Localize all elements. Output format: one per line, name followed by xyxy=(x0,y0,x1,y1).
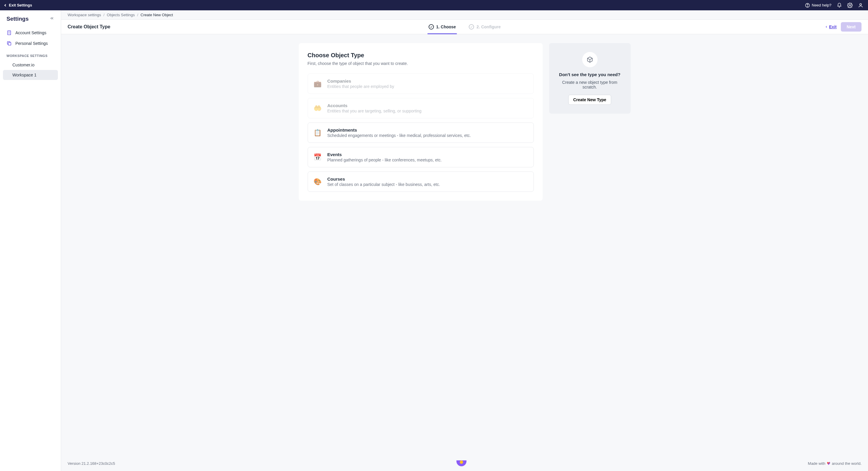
object-type-option: 🤲AccountsEntities that you are targeting… xyxy=(308,98,534,118)
topbar-right: Need help? xyxy=(805,3,864,8)
made-with-text: Made with around the world. xyxy=(808,461,862,466)
check-circle-icon xyxy=(428,24,434,30)
sidebar-item-label: Account Settings xyxy=(16,30,46,35)
exit-settings-label: Exit Settings xyxy=(9,3,32,7)
topbar: Exit Settings Need help? xyxy=(0,0,868,10)
sidebar-item-account-settings[interactable]: Account Settings xyxy=(0,27,61,38)
type-name: Events xyxy=(328,152,442,157)
object-type-option[interactable]: 📅EventsPlanned gatherings of people - li… xyxy=(308,147,534,167)
cube-icon xyxy=(582,52,597,67)
wizard-title: Create Object Type xyxy=(68,24,111,30)
exit-link[interactable]: Exit xyxy=(825,25,837,29)
type-name: Appointments xyxy=(328,127,471,132)
workspace-item-customer-io[interactable]: Customer.io xyxy=(3,60,58,70)
exit-settings-button[interactable]: Exit Settings xyxy=(5,3,32,7)
chevron-left-icon xyxy=(825,25,828,28)
workspace-label: Customer.io xyxy=(12,63,35,67)
svg-point-2 xyxy=(849,4,851,6)
object-type-option[interactable]: 🎨CoursesSet of classes on a particular s… xyxy=(308,171,534,192)
type-desc: Planned gatherings of people - like conf… xyxy=(328,158,442,162)
breadcrumb: Workspace settings / Objects Settings / … xyxy=(61,10,868,20)
workspace-label: Workspace 1 xyxy=(12,72,36,77)
type-desc: Entities that people are employed by xyxy=(328,84,394,89)
workspace-item-workspace-1[interactable]: Workspace 1 xyxy=(3,70,58,80)
footer: Version 21.2.168+23c0c2c5 Made with arou… xyxy=(61,457,868,471)
content-heading: Choose Object Type xyxy=(308,52,534,59)
type-desc: Scheduled engagements or meetings - like… xyxy=(328,133,471,138)
object-type-option[interactable]: 📋AppointmentsScheduled engagements or me… xyxy=(308,123,534,143)
side-panel-heading: Don't see the type you need? xyxy=(558,72,622,77)
breadcrumb-item[interactable]: Objects Settings xyxy=(107,13,135,17)
side-panel-body: Create a new object type from scratch. xyxy=(558,80,622,89)
type-name: Courses xyxy=(328,177,440,182)
heart-icon xyxy=(827,461,831,465)
object-type-option: 💼CompaniesEntities that people are emplo… xyxy=(308,73,534,94)
step-label: 1. Choose xyxy=(436,25,456,29)
svg-rect-4 xyxy=(8,31,11,35)
content-subtitle: First, choose the type of object that yo… xyxy=(308,61,534,66)
help-label: Need help? xyxy=(812,3,832,7)
type-desc: Entities that you are targeting, selling… xyxy=(328,108,422,113)
sidebar-item-label: Personal Settings xyxy=(16,41,48,46)
choose-type-card: Choose Object Type First, choose the typ… xyxy=(299,43,542,201)
sidebar-item-personal-settings[interactable]: Personal Settings xyxy=(0,38,61,49)
help-link[interactable]: Need help? xyxy=(805,3,832,8)
type-name: Companies xyxy=(328,78,394,84)
type-desc: Set of classes on a particular subject -… xyxy=(328,182,440,187)
next-button[interactable]: Next xyxy=(841,22,862,32)
type-emoji-icon: 🎨 xyxy=(314,178,321,186)
type-emoji-icon: 📋 xyxy=(314,129,321,137)
user-icon[interactable] xyxy=(858,3,863,8)
version-text: Version 21.2.168+23c0c2c5 xyxy=(68,461,115,466)
svg-rect-5 xyxy=(8,42,11,45)
wizard-step-choose[interactable]: 1. Choose xyxy=(427,20,457,34)
sidebar: Settings Account Settings Personal Setti… xyxy=(0,10,61,471)
svg-point-3 xyxy=(860,4,862,5)
wizard-steps: 1. Choose 2. Configure xyxy=(427,20,502,34)
chevron-left-icon xyxy=(4,4,7,6)
breadcrumb-sep: / xyxy=(103,13,104,17)
content-area: Choose Object Type First, choose the typ… xyxy=(61,34,868,210)
notification-bell-icon[interactable] xyxy=(837,3,842,8)
check-circle-icon xyxy=(469,24,474,30)
sidebar-title: Settings xyxy=(6,15,29,22)
type-emoji-icon: 📅 xyxy=(314,153,321,161)
help-circle-icon xyxy=(805,3,810,8)
breadcrumb-sep: / xyxy=(137,13,138,17)
sidebar-section-label: Workspace Settings xyxy=(0,49,61,60)
wizard-step-configure: 2. Configure xyxy=(468,20,502,34)
exit-label: Exit xyxy=(829,25,837,29)
type-emoji-icon: 🤲 xyxy=(314,104,321,112)
gear-icon[interactable] xyxy=(847,3,852,8)
brand-logo-icon xyxy=(457,460,466,466)
create-new-type-button[interactable]: Create New Type xyxy=(568,95,612,105)
type-emoji-icon: 💼 xyxy=(314,80,321,88)
type-name: Accounts xyxy=(328,103,422,108)
collapse-sidebar-icon[interactable] xyxy=(50,16,54,22)
building-icon xyxy=(6,30,12,35)
wizard-header: Create Object Type 1. Choose 2. Configur… xyxy=(61,20,868,34)
breadcrumb-item[interactable]: Workspace settings xyxy=(68,13,101,17)
custom-type-card: Don't see the type you need? Create a ne… xyxy=(549,43,631,114)
copy-icon xyxy=(6,41,12,46)
step-label: 2. Configure xyxy=(476,25,501,29)
breadcrumb-current: Create New Object xyxy=(141,13,173,17)
